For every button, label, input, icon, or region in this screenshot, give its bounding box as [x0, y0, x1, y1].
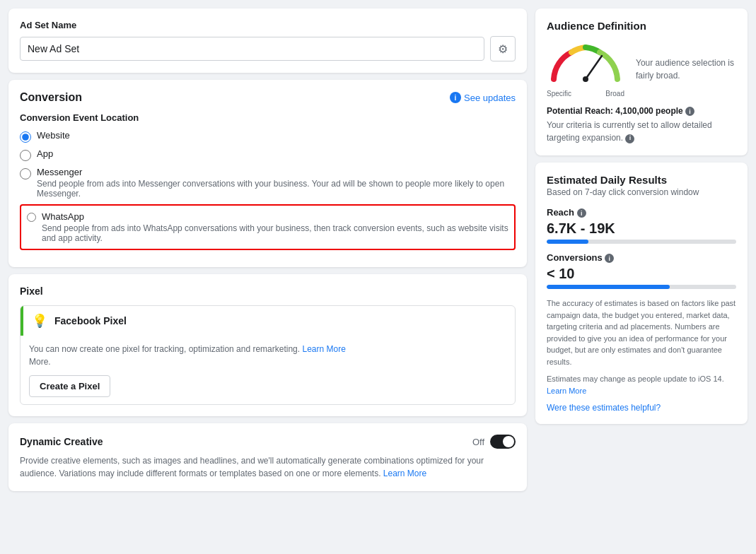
reach-info-icon2: i	[577, 208, 586, 218]
conversion-card: Conversion i See updates Conversion Even…	[8, 80, 527, 267]
pixel-desc: You can now create one pixel for trackin…	[29, 343, 506, 368]
app-option[interactable]: App	[20, 148, 516, 161]
toggle-row: Off	[472, 435, 516, 449]
messenger-desc: Send people from ads into Messenger conv…	[37, 179, 516, 199]
gear-icon: ⚙	[498, 42, 508, 56]
messenger-option[interactable]: Messenger Send people from ads into Mess…	[20, 167, 516, 199]
conversions-section: Conversions i < 10	[547, 252, 736, 289]
helpful-label: Were these estimates helpful?	[547, 403, 661, 413]
estimated-title: Estimated Daily Results	[547, 174, 736, 186]
reach-progress-fill	[547, 240, 588, 244]
dynamic-creative-title: Dynamic Creative	[20, 436, 103, 447]
pixel-header-row: 💡 Facebook Pixel	[21, 306, 515, 336]
conversions-label-text: Conversions	[547, 252, 603, 263]
whatsapp-option-highlighted: WhatsApp Send people from ads into Whats…	[20, 204, 516, 250]
conversions-progress-fill	[547, 285, 670, 289]
toggle-label: Off	[472, 437, 484, 447]
estimated-sub: Based on 7-day click conversion window	[547, 187, 736, 197]
whatsapp-label: WhatsApp	[42, 211, 508, 222]
criteria-info-icon: i	[625, 134, 634, 143]
whatsapp-radio[interactable]	[27, 213, 36, 222]
estimated-daily-results-card: Estimated Daily Results Based on 7-day c…	[535, 163, 748, 424]
ad-set-name-label: Ad Set Name	[20, 20, 516, 30]
pixel-title: Pixel	[20, 285, 516, 297]
dynamic-creative-card: Dynamic Creative Off Provide creative el…	[8, 423, 527, 491]
gauge-labels: Specific Broad	[547, 90, 624, 98]
conversions-value: < 10	[547, 266, 736, 282]
dynamic-creative-desc: Provide creative elements, such as image…	[20, 454, 516, 480]
conversions-label: Conversions i	[547, 252, 736, 263]
criteria-note: Your criteria is currently set to allow …	[547, 119, 736, 144]
svg-point-1	[583, 76, 588, 82]
pixel-learn-more-link[interactable]: Learn More	[302, 344, 345, 354]
svg-line-0	[586, 56, 602, 79]
reach-label: Reach i	[547, 207, 736, 218]
reach-value: 6.7K - 19K	[547, 220, 736, 237]
audience-desc-text: Your audience selection is fairly broad.	[636, 57, 736, 82]
reach-section: Reach i 6.7K - 19K	[547, 207, 736, 244]
helpful-link[interactable]: Were these estimates helpful?	[547, 403, 661, 413]
specific-label: Specific	[547, 90, 571, 98]
dynamic-creative-toggle[interactable]	[490, 435, 516, 449]
pixel-card: Pixel 💡 Facebook Pixel You can now creat…	[8, 274, 527, 416]
potential-reach-value: Potential Reach: 4,100,000 people	[547, 106, 683, 116]
audience-definition-title: Audience Definition	[547, 20, 736, 32]
lightbulb-icon: 💡	[32, 313, 47, 329]
ios-learn-more-link[interactable]: Learn More	[547, 387, 586, 395]
pixel-name: Facebook Pixel	[54, 315, 127, 326]
messenger-label: Messenger	[37, 167, 516, 177]
broad-label: Broad	[605, 90, 624, 98]
pixel-inner-box: 💡 Facebook Pixel You can now create one …	[20, 305, 516, 405]
more-text: More	[29, 357, 48, 367]
app-radio[interactable]	[20, 150, 31, 161]
website-option[interactable]: Website	[20, 130, 516, 143]
see-updates-button[interactable]: i See updates	[450, 92, 516, 103]
reach-progress-bar	[547, 240, 736, 244]
create-pixel-button[interactable]: Create a Pixel	[29, 375, 110, 397]
conversions-info-icon: i	[605, 254, 614, 263]
see-updates-label: See updates	[464, 93, 516, 103]
gauge-row: Specific Broad Your audience selection i…	[547, 40, 736, 98]
gauge-area: Specific Broad	[547, 40, 624, 98]
create-pixel-label: Create a Pixel	[40, 381, 100, 391]
reach-info-icon: i	[685, 107, 694, 116]
website-radio[interactable]	[20, 131, 31, 143]
dynamic-creative-header: Dynamic Creative Off	[20, 435, 516, 449]
app-label: App	[37, 148, 53, 159]
website-label: Website	[37, 130, 70, 141]
pixel-desc-text: You can now create one pixel for trackin…	[29, 344, 300, 354]
ad-set-name-card: Ad Set Name ⚙	[8, 8, 527, 73]
toggle-knob	[503, 436, 514, 447]
ios-note: Estimates may change as people update to…	[547, 373, 736, 396]
reach-label-text: Reach	[547, 207, 574, 218]
conversion-location-label: Conversion Event Location	[20, 112, 516, 123]
potential-reach: Potential Reach: 4,100,000 people i	[547, 106, 736, 116]
messenger-radio[interactable]	[20, 168, 31, 179]
accuracy-note: The accuracy of estimates is based on fa…	[547, 297, 736, 367]
conversions-progress-bar	[547, 285, 736, 289]
conversion-title: Conversion	[20, 91, 82, 104]
ad-set-name-input[interactable]	[20, 37, 484, 61]
whatsapp-label-row[interactable]: WhatsApp Send people from ads into Whats…	[27, 211, 508, 243]
pixel-body: You can now create one pixel for trackin…	[21, 336, 515, 404]
whatsapp-desc: Send people from ads into WhatsApp conve…	[42, 223, 508, 243]
ios-note-text: Estimates may change as people update to…	[547, 375, 724, 383]
audience-definition-card: Audience Definition	[535, 8, 748, 155]
gear-button[interactable]: ⚙	[490, 36, 516, 61]
dc-learn-more-link[interactable]: Learn More	[383, 468, 426, 478]
info-icon: i	[450, 92, 461, 103]
audience-gauge-svg	[547, 40, 624, 86]
